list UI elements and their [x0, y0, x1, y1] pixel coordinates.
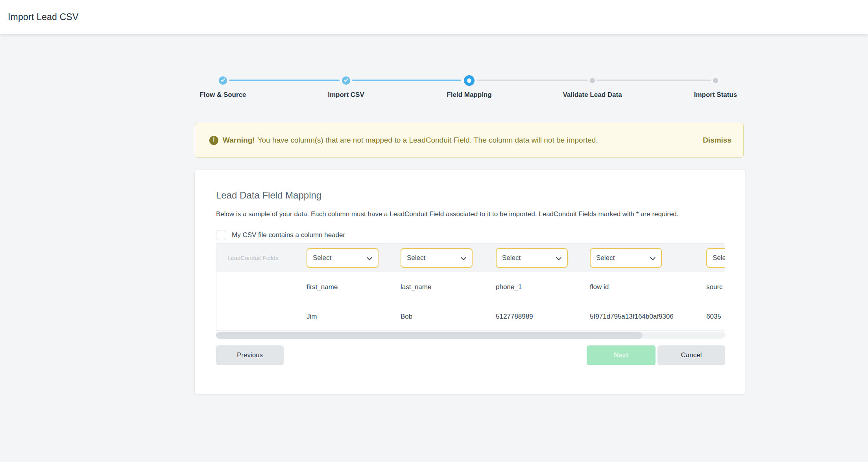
table-cell: Jim — [307, 302, 317, 331]
chevron-down-icon — [556, 255, 561, 260]
chevron-down-icon — [367, 255, 372, 260]
chevron-down-icon — [461, 255, 466, 260]
step-label: Flow & Source — [161, 91, 284, 99]
stepper-connector-pending — [597, 80, 711, 81]
current-step-icon — [464, 75, 475, 86]
card-title: Lead Data Field Mapping — [216, 190, 725, 201]
field-select-5[interactable]: Select — [706, 248, 725, 268]
leadconduit-fields-label: LeadConduit Fields — [227, 244, 278, 272]
dismiss-link[interactable]: Dismiss — [703, 136, 731, 145]
table-cell: 5f971d795a13f164b0af9306 — [590, 302, 674, 331]
step-import-status: Import Status — [654, 75, 777, 99]
select-value: Select — [713, 254, 725, 262]
chevron-down-icon — [650, 255, 656, 260]
select-value: Select — [596, 254, 615, 262]
field-select-4[interactable]: Select — [590, 248, 662, 268]
field-mapping-card: Lead Data Field Mapping Below is a sampl… — [195, 170, 745, 394]
table-row: Jim Bob 5127788989 5f971d795a13f164b0af9… — [216, 302, 725, 331]
table-cell: 5127788989 — [496, 302, 533, 331]
warning-banner: Warning! You have column(s) that are not… — [195, 123, 744, 158]
table-cell: first_name — [307, 272, 338, 302]
select-value: Select — [502, 254, 521, 262]
table-cell: flow id — [590, 272, 609, 302]
warning-message: You have column(s) that are not mapped t… — [258, 136, 598, 145]
step-label: Import CSV — [284, 91, 408, 99]
csv-header-checkbox[interactable] — [216, 230, 226, 240]
mapping-table-header: LeadConduit Fields Select Select Select … — [216, 244, 725, 272]
step-flow-source[interactable]: Flow & Source — [161, 75, 284, 99]
stepper-connector-done — [352, 80, 461, 81]
next-button[interactable]: Next — [587, 345, 656, 365]
table-cell: Bob — [401, 302, 412, 331]
mapping-table: LeadConduit Fields Select Select Select … — [216, 243, 725, 331]
table-cell: last_name — [401, 272, 431, 302]
table-cell: sourc — [706, 272, 723, 302]
stepper-connector-pending — [477, 80, 588, 81]
pending-step-icon — [590, 78, 595, 83]
scrollbar-thumb[interactable] — [216, 332, 643, 339]
step-validate-lead-data: Validate Lead Data — [531, 75, 654, 99]
table-row: first_name last_name phone_1 flow id sou… — [216, 272, 725, 302]
field-select-3[interactable]: Select — [496, 248, 568, 268]
field-select-2[interactable]: Select — [401, 248, 473, 268]
pending-step-icon — [713, 78, 718, 83]
table-cell: phone_1 — [496, 272, 522, 302]
button-row: Previous Next Cancel — [216, 345, 725, 365]
csv-header-checkbox-label: My CSV file contains a column header — [232, 231, 345, 239]
previous-button[interactable]: Previous — [216, 345, 284, 365]
exclamation-circle-icon — [209, 136, 218, 145]
check-circle-icon — [342, 76, 350, 85]
select-value: Select — [407, 254, 425, 262]
cancel-button[interactable]: Cancel — [657, 345, 725, 365]
stepper-connector-done — [229, 80, 340, 81]
page-title: Import Lead CSV — [8, 12, 78, 22]
horizontal-scrollbar[interactable] — [216, 332, 725, 339]
warning-title: Warning! — [223, 136, 255, 145]
step-field-mapping[interactable]: Field Mapping — [408, 75, 531, 99]
step-label: Import Status — [654, 91, 777, 99]
card-description: Below is a sample of your data. Each col… — [216, 209, 712, 220]
step-label: Field Mapping — [408, 91, 531, 99]
table-cell: 6035 — [706, 302, 721, 331]
field-select-1[interactable]: Select — [307, 248, 379, 268]
wizard-stepper: Flow & Source Import CSV Field Mapping V… — [161, 75, 777, 102]
step-import-csv[interactable]: Import CSV — [284, 75, 408, 99]
app-header: Import Lead CSV — [0, 0, 868, 34]
step-label: Validate Lead Data — [531, 91, 654, 99]
csv-header-checkbox-row: My CSV file contains a column header — [216, 230, 725, 240]
check-circle-icon — [219, 76, 227, 85]
select-value: Select — [313, 254, 331, 262]
